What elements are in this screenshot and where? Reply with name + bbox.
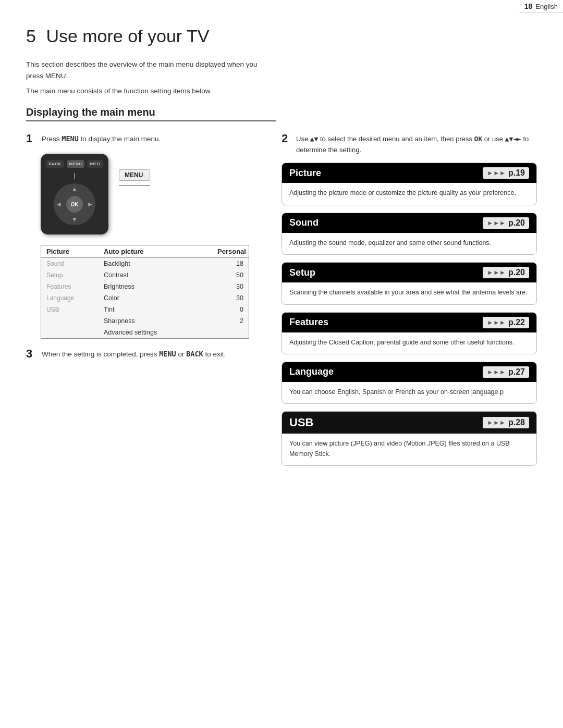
setup-card: Setup ►►► p.20 Scanning the channels ava… [282,262,537,304]
remote-top-buttons: BACK MENU INFO [46,160,103,168]
sound-card-body: Adjusting the sound mode, equalizer and … [282,233,536,254]
row-col2: Sharpness [104,317,217,325]
language-card-header: Language ►►► p.27 [282,362,536,382]
menu-button: MENU [67,160,85,168]
menu-header-col2: Auto picture [104,248,217,255]
language-card: Language ►►► p.27 You can choose English… [282,362,537,404]
row-col2: Tint [104,306,217,313]
picture-card-header: Picture ►►► p.19 [282,163,536,183]
table-row: USB Tint 0 [41,304,249,315]
features-card-body: Adjusting the Closed Caption, parental g… [282,332,536,354]
sound-card-page-num: p.20 [508,218,525,228]
usb-card: USB ►►► p.28 You can view picture (JPEG)… [282,411,537,466]
step-1: 1 Press MENU to display the main menu. [26,132,266,145]
usb-card-title: USB [289,416,313,429]
step-1-text: Press MENU to display the main menu. [42,132,161,145]
sound-card-title: Sound [289,217,319,228]
step-3: 3 When the setting is completed, press M… [26,347,266,361]
sound-card: Sound ►►► p.20 Adjusting the sound mode,… [282,213,537,255]
left-column: 1 Press MENU to display the main menu. B… [26,132,266,369]
row-col2: Brightness [104,283,217,290]
callout-line [119,185,150,186]
connector-line [74,173,75,179]
step-3-number: 3 [26,347,36,361]
row-col3: 0 [217,306,243,313]
remote-illustration: BACK MENU INFO ▲ ▼ ◄ ► OK [41,154,266,235]
picture-card-title: Picture [289,168,321,179]
menu-callout-label: MENU [119,169,150,181]
page-arrow-icon: ►►► [487,419,506,426]
dpad-outer: ▲ ▼ ◄ ► OK [54,183,95,225]
step-2: 2 Use ▲▼ to select the desired menu and … [282,132,537,156]
table-row: Sharpness 2 [41,315,249,327]
usb-card-body: You can view picture (JPEG) and video (M… [282,434,536,465]
table-row: Features Brightness 30 [41,281,249,292]
language-card-page: ►►► p.27 [483,366,529,378]
usb-card-header: USB ►►► p.28 [282,412,536,434]
sound-card-page: ►►► p.20 [483,217,529,229]
setup-card-body: Scanning the channels available in your … [282,282,536,304]
back-button: BACK [46,160,64,168]
setup-card-header: Setup ►►► p.20 [282,263,536,282]
language-label: English [535,3,558,10]
page-arrow-icon: ►►► [487,368,506,376]
page-number: 18 [524,2,533,10]
page-arrow-icon: ►►► [487,269,506,276]
row-col2: Color [104,294,217,302]
intro-line2: The main menu consists of the function s… [26,85,276,97]
setup-card-title: Setup [289,267,315,278]
picture-card: Picture ►►► p.19 Adjusting the picture m… [282,163,537,205]
dpad-right-arrow: ► [87,201,93,208]
ok-button: OK [66,196,83,213]
row-col3: 30 [217,294,243,302]
row-col3: 30 [217,283,243,290]
language-card-title: Language [289,366,334,377]
menu-cards: Picture ►►► p.19 Adjusting the picture m… [282,163,537,466]
menu-table-header: Picture Auto picture Personal [41,245,249,258]
dpad-left-arrow: ◄ [56,201,62,208]
info-button: INFO [87,160,103,168]
chapter-number: 5 [26,26,36,46]
menu-header-col3: Personal [217,248,243,255]
dpad-up-arrow: ▲ [71,186,78,193]
menu-table: Picture Auto picture Personal Sound Back… [41,245,249,339]
features-card-header: Features ►►► p.22 [282,313,536,332]
row-col3: 2 [217,317,243,325]
row-col3: 50 [217,272,243,279]
page-arrow-icon: ►►► [487,219,506,227]
top-bar: 18 English [519,0,563,13]
setup-card-page-num: p.20 [508,268,525,277]
row-col2: Advanced settings [104,329,217,336]
usb-card-page: ►►► p.28 [483,417,529,428]
row-col2: Backlight [104,260,217,267]
menu-callout: MENU [119,154,150,186]
features-card-page: ►►► p.22 [483,317,529,328]
step-2-number: 2 [282,132,292,145]
picture-card-page-num: p.19 [508,168,525,178]
table-row: Language Color 30 [41,292,249,304]
intro-line1: This section describes the overview of t… [26,59,276,81]
right-column: 2 Use ▲▼ to select the desired menu and … [282,132,537,466]
row-col1: Sound [46,260,104,267]
chapter-title-text: Use more of your TV [46,26,209,46]
main-content: 5 Use more of your TV This section descr… [0,0,563,487]
language-card-body: You can choose English, Spanish or Frenc… [282,382,536,403]
features-card-page-num: p.22 [508,318,525,327]
row-col1: Setup [46,272,104,279]
section-heading: Displaying the main menu [26,106,276,121]
usb-card-page-num: p.28 [508,418,525,427]
row-col1: USB [46,306,104,313]
picture-card-page: ►►► p.19 [483,167,529,179]
page-arrow-icon: ►►► [487,319,506,326]
page-arrow-icon: ►►► [487,169,506,177]
two-column-layout: 1 Press MENU to display the main menu. B… [26,132,537,466]
row-col1: Features [46,283,104,290]
table-row: Sound Backlight 18 [41,258,249,269]
features-card: Features ►►► p.22 Adjusting the Closed C… [282,312,537,354]
step-1-number: 1 [26,132,36,145]
row-col1: Language [46,294,104,302]
sound-card-header: Sound ►►► p.20 [282,213,536,233]
table-row: Setup Contrast 50 [41,269,249,281]
features-card-title: Features [289,317,328,328]
picture-card-body: Adjusting the picture mode or customize … [282,183,536,204]
